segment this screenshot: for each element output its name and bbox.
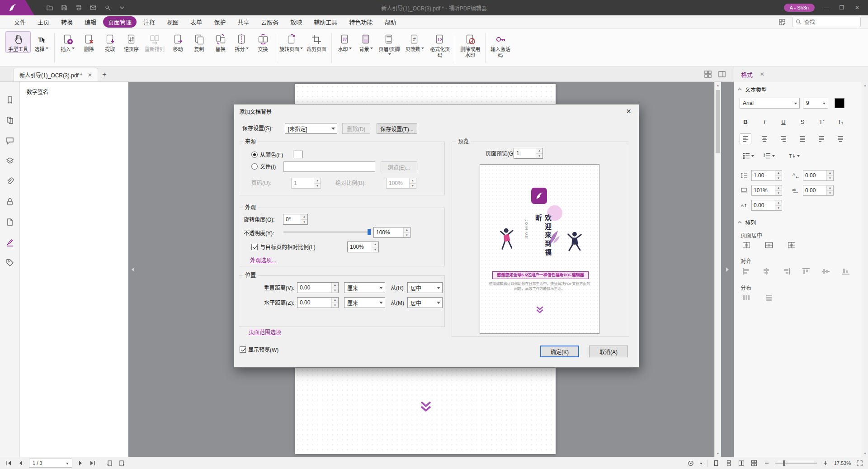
- ribbon-tool-split[interactable]: 拆分: [231, 31, 252, 53]
- dialog-titlebar[interactable]: 添加文档背景: [234, 104, 639, 118]
- menu-item-cloud[interactable]: 云服务: [256, 16, 283, 28]
- delete-settings-button[interactable]: 删除(D): [342, 123, 370, 134]
- last-page-icon[interactable]: [89, 459, 97, 467]
- font-color-swatch[interactable]: [835, 98, 844, 108]
- layers-icon[interactable]: [5, 156, 14, 166]
- page-number-spinner[interactable]: ▲▼: [291, 178, 321, 189]
- show-preview-checkbox[interactable]: [240, 346, 246, 353]
- horizontal-unit-select[interactable]: 厘米: [344, 297, 385, 308]
- format-panel-scrollbar[interactable]: ▲ ▼: [862, 82, 868, 457]
- align-objects-left-button[interactable]: [740, 266, 753, 277]
- from-color-radio[interactable]: [251, 152, 258, 158]
- security-icon[interactable]: [5, 197, 14, 206]
- format-panel-tab[interactable]: 格式 ✕: [734, 66, 868, 82]
- ribbon-tool-swap[interactable]: 交换: [252, 31, 274, 53]
- collapse-left-panel-handle[interactable]: [129, 260, 134, 280]
- zoom-in-icon[interactable]: [821, 459, 830, 467]
- opacity-slider-thumb[interactable]: [368, 229, 371, 235]
- appearance-options-link[interactable]: 外观选项...: [250, 256, 276, 264]
- menu-item-present[interactable]: 放映: [285, 16, 307, 28]
- spin-down-icon[interactable]: ▼: [410, 184, 416, 189]
- search-input[interactable]: [804, 19, 857, 25]
- destinations-icon[interactable]: [5, 218, 14, 227]
- facing-view-icon[interactable]: [737, 459, 745, 467]
- tab-close-icon[interactable]: ✕: [88, 72, 92, 78]
- next-page-icon[interactable]: [76, 459, 85, 467]
- spin-down-icon[interactable]: ▼: [775, 176, 782, 181]
- next-view-icon[interactable]: [118, 459, 126, 467]
- maximize-button[interactable]: ❐: [838, 5, 845, 11]
- menu-item-features[interactable]: 特色功能: [344, 16, 377, 28]
- save-settings-select[interactable]: [未指定]: [285, 123, 337, 134]
- font-size-select[interactable]: 9: [803, 98, 828, 109]
- align-objects-bottom-button[interactable]: [839, 266, 853, 277]
- ribbon-tool-bates[interactable]: # 贝茨数: [402, 31, 427, 53]
- ribbon-tool-rotate-pages[interactable]: 旋转页面: [278, 31, 304, 53]
- customize-toolbar-icon[interactable]: [778, 19, 786, 26]
- save-settings-button[interactable]: 保存设置(T)...: [377, 123, 417, 134]
- horizontal-distance-spinner[interactable]: ▲▼: [297, 297, 339, 308]
- align-objects-right-button[interactable]: [779, 266, 793, 277]
- ribbon-tool-activation-code[interactable]: 输入激活码: [488, 31, 513, 59]
- spin-up-icon[interactable]: ▲: [775, 200, 782, 206]
- opacity-slider[interactable]: [283, 228, 371, 236]
- spin-down-icon[interactable]: ▼: [332, 288, 338, 293]
- spin-down-icon[interactable]: ▼: [372, 247, 378, 252]
- spin-down-icon[interactable]: ▼: [827, 191, 833, 196]
- ribbon-tool-header-footer[interactable]: 页眉/页脚: [377, 31, 402, 59]
- zoom-out-icon[interactable]: [763, 459, 771, 467]
- relative-scale-spinner[interactable]: ▲▼: [347, 242, 379, 252]
- page-preview-spinner[interactable]: ▲▼: [514, 148, 543, 159]
- new-tab-button[interactable]: +: [98, 68, 111, 81]
- align-center-button[interactable]: [759, 133, 770, 144]
- align-objects-top-button[interactable]: [799, 266, 813, 277]
- spin-up-icon[interactable]: ▲: [775, 171, 782, 176]
- spin-up-icon[interactable]: ▲: [301, 214, 307, 220]
- bold-button[interactable]: B: [740, 116, 751, 127]
- spin-down-icon[interactable]: ▼: [404, 233, 410, 238]
- account-badge[interactable]: A - Sh3n: [784, 4, 815, 12]
- menu-item-home[interactable]: 主页: [33, 16, 54, 28]
- baseline-offset-spinner[interactable]: ▲▼: [751, 200, 782, 211]
- fullscreen-icon[interactable]: [855, 459, 863, 467]
- page-range-options-link[interactable]: 页面范围选项: [249, 328, 281, 336]
- justify-all-button[interactable]: [835, 133, 846, 144]
- ribbon-tool-copy[interactable]: 复制: [189, 31, 210, 53]
- rotation-spinner[interactable]: ▲▼: [283, 214, 308, 225]
- menu-item-view[interactable]: 视图: [162, 16, 184, 28]
- page-number-combo[interactable]: 1 / 3: [29, 459, 72, 468]
- cancel-button[interactable]: 取消(A): [589, 346, 628, 357]
- spin-down-icon[interactable]: ▼: [827, 176, 833, 181]
- page-thumbnails-icon[interactable]: [5, 116, 14, 125]
- digital-signature-icon[interactable]: [5, 238, 14, 247]
- menu-item-edit[interactable]: 编辑: [80, 16, 101, 28]
- spin-up-icon[interactable]: ▲: [332, 298, 338, 303]
- spin-up-icon[interactable]: ▲: [775, 185, 782, 191]
- expand-right-panel-handle[interactable]: [726, 260, 731, 280]
- menu-item-accessibility[interactable]: 辅助工具: [309, 16, 342, 28]
- scroll-up-icon[interactable]: ▲: [863, 84, 867, 87]
- distribute-horizontally-button[interactable]: [740, 292, 753, 303]
- font-family-select[interactable]: Arial: [740, 98, 800, 109]
- close-button[interactable]: ✕: [854, 5, 861, 11]
- vertical-unit-select[interactable]: 厘米: [344, 282, 385, 293]
- spin-down-icon[interactable]: ▼: [536, 154, 542, 159]
- spin-up-icon[interactable]: ▲: [536, 148, 542, 154]
- align-right-button[interactable]: [778, 133, 789, 144]
- tags-icon[interactable]: [5, 258, 14, 267]
- spin-down-icon[interactable]: ▼: [332, 303, 338, 308]
- opacity-spinner[interactable]: ▲▼: [373, 227, 410, 238]
- spin-down-icon[interactable]: ▼: [775, 191, 782, 196]
- thumbnail-grid-icon[interactable]: [704, 70, 712, 78]
- spin-up-icon[interactable]: ▲: [827, 171, 833, 176]
- scroll-down-icon[interactable]: ▼: [863, 452, 867, 455]
- horizontal-anchor-select[interactable]: 居中: [407, 297, 443, 308]
- foxit-logo-icon[interactable]: [0, 0, 34, 15]
- ribbon-tool-reverse-order[interactable]: 逆页序: [121, 31, 142, 53]
- ribbon-tool-background[interactable]: 背景: [355, 31, 377, 53]
- zoom-slider-thumb[interactable]: [783, 460, 785, 466]
- comments-icon[interactable]: [5, 136, 14, 145]
- spin-down-icon[interactable]: ▼: [775, 206, 782, 211]
- menu-item-share[interactable]: 共享: [232, 16, 254, 28]
- strikethrough-button[interactable]: S: [797, 116, 808, 127]
